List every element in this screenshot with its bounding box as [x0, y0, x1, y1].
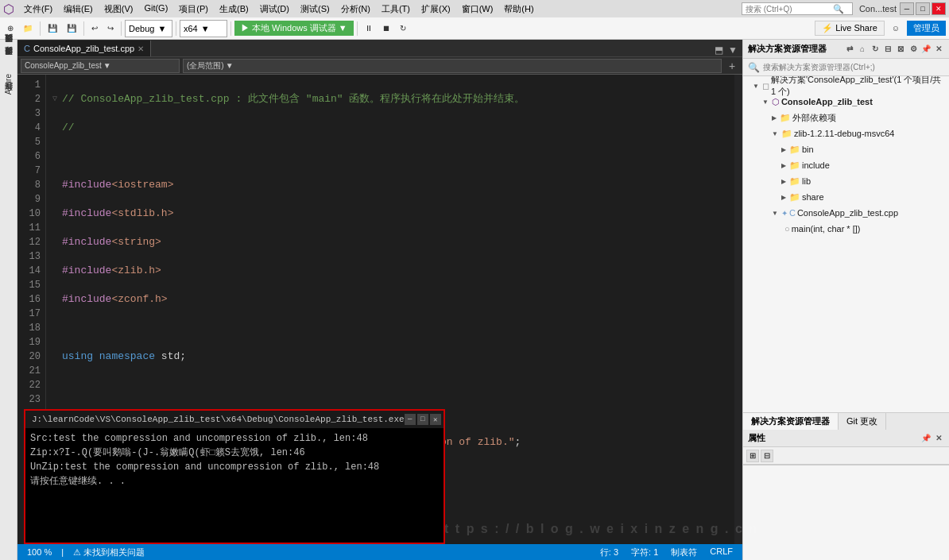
tree-share-folder[interactable]: ▶ 📁 share [743, 189, 949, 205]
tree-external-deps[interactable]: ▶ 📁 外部依赖项 [743, 110, 949, 126]
admin-button[interactable]: 管理员 [907, 21, 946, 36]
menu-help[interactable]: 帮助(H) [499, 2, 538, 17]
se-sync-button[interactable]: ⇄ [844, 44, 855, 55]
tree-bin-folder[interactable]: ▶ 📁 bin [743, 141, 949, 157]
se-close-button[interactable]: ✕ [933, 44, 944, 55]
cursor-col[interactable]: 字符: 1 [628, 546, 661, 558]
properties-header: 属性 📌 ✕ [743, 430, 949, 447]
props-close-button[interactable]: ✕ [933, 433, 944, 444]
save-all-button[interactable]: 💾 [63, 20, 80, 37]
status-bar: 100 % | ⚠ 未找到相关问题 行: 3 字符: 1 制表符 CRLF [17, 544, 742, 560]
save-button[interactable]: 💾 [44, 20, 61, 37]
toolbar-separator-3 [121, 21, 122, 36]
se-home-button[interactable]: ⌂ [857, 44, 868, 55]
editor-tab-bar: C ConsoleApp_zlib_test.cpp ✕ ⬒ ▼ [17, 40, 742, 57]
debug-config-dropdown[interactable]: Debug ▼ [125, 20, 172, 37]
editor-scrollbar[interactable] [734, 75, 742, 544]
error-status[interactable]: ⚠ 未找到相关问题 [70, 546, 148, 558]
menu-build[interactable]: 生成(B) [215, 2, 254, 17]
undo-button[interactable]: ↩ [87, 20, 102, 37]
tab-list-button[interactable]: ▼ [726, 44, 739, 56]
platform-dropdown[interactable]: x64 ▼ [180, 20, 227, 37]
split-editor-button[interactable]: ⬒ [712, 44, 725, 56]
toolbar-separator-1 [40, 21, 41, 36]
indent-type[interactable]: 制表符 [668, 546, 700, 558]
menu-edit[interactable]: 编辑(E) [59, 2, 98, 17]
console-line-4: 请按任意键继续. . . [30, 474, 439, 489]
props-categorize-button[interactable]: ⊟ [761, 450, 773, 462]
console-title-text: J:\learnCode\VS\ConsoleApp_zlib_test\x64… [32, 415, 405, 424]
menu-tools[interactable]: 工具(T) [377, 2, 415, 17]
se-pin-button[interactable]: 📌 [920, 44, 932, 55]
line-ending[interactable]: CRLF [707, 546, 736, 558]
search-icon: 🔍 [833, 4, 844, 14]
close-button[interactable]: ✕ [932, 2, 946, 15]
cursor-line[interactable]: 行: 3 [597, 546, 622, 558]
se-refresh-button[interactable]: ↻ [870, 44, 881, 55]
se-collapse-button[interactable]: ⊟ [882, 44, 893, 55]
left-tab-azure[interactable]: 连接到 Azure [1, 68, 17, 102]
solution-explorer-header: 解决方案资源管理器 ⇄ ⌂ ↻ ⊟ ⊠ ⚙ 📌 ✕ [743, 40, 949, 59]
new-button[interactable]: ⊕ [3, 20, 17, 37]
search-icon-se: 🔍 [748, 62, 760, 73]
maximize-button[interactable]: □ [916, 2, 930, 15]
menu-debug[interactable]: 调试(D) [255, 2, 294, 17]
menu-extensions[interactable]: 扩展(X) [416, 2, 455, 17]
tree-item-label-lib: lib [802, 176, 811, 186]
tree-item-label-share: share [802, 192, 824, 202]
start-debug-button[interactable]: ▶ 本地 Windows 调试器 ▼ [234, 21, 354, 36]
menu-test[interactable]: 测试(S) [296, 2, 335, 17]
tree-lib-folder[interactable]: ▶ 📁 lib [743, 173, 949, 189]
toolbar-extra-3[interactable]: ↻ [396, 20, 410, 37]
toolbar-extra-1[interactable]: ⏸ [361, 20, 377, 37]
editor-tab-main[interactable]: C ConsoleApp_zlib_test.cpp ✕ [17, 41, 151, 56]
expand-arrow: ▼ [753, 83, 759, 90]
tree-zlib-folder[interactable]: ▼ 📁 zlib-1.2.11-debug-msvc64 [743, 126, 949, 141]
menu-window[interactable]: 窗口(W) [457, 2, 498, 17]
tree-main-func[interactable]: ○ main(int, char * []) [743, 221, 949, 237]
toolbar-extra-2[interactable]: ⏹ [378, 20, 394, 37]
method-dropdown[interactable]: (全局范围) ▼ [183, 59, 722, 73]
left-tab-team-explorer[interactable]: 团队资源管理器 [1, 43, 17, 54]
menu-project[interactable]: 项目(P) [174, 2, 213, 17]
menu-analyze[interactable]: 分析(N) [336, 2, 375, 17]
console-window-controls: ─ □ ✕ [405, 414, 441, 425]
title-search-input[interactable] [746, 5, 833, 14]
ext-expand-arrow: ▶ [772, 114, 777, 122]
lib-expand-arrow: ▶ [781, 178, 786, 185]
tab-bar-actions: ⬒ ▼ [712, 44, 742, 56]
open-button[interactable]: 📁 [19, 20, 37, 37]
menu-file[interactable]: 文件(F) [19, 2, 57, 17]
tree-include-folder[interactable]: ▶ 📁 include [743, 157, 949, 173]
console-minimize-button[interactable]: ─ [405, 414, 416, 425]
tab-solution-explorer[interactable]: 解决方案资源管理器 [743, 413, 839, 430]
console-maximize-button[interactable]: □ [417, 414, 428, 425]
se-settings-button[interactable]: ⚙ [908, 44, 919, 55]
menu-git[interactable]: Git(G) [139, 2, 172, 17]
feedback-button[interactable]: ☺ [888, 20, 904, 37]
se-filter-button[interactable]: ⊠ [895, 44, 906, 55]
redo-button[interactable]: ↪ [103, 20, 118, 37]
zoom-level[interactable]: 100 % [24, 547, 55, 557]
tree-cpp-file[interactable]: ▼ ✦ C ConsoleApp_zlib_test.cpp [743, 205, 949, 221]
solution-root[interactable]: ▼ ◻ 解决方案'ConsoleApp_zlib_test'(1 个项目/共 1… [743, 78, 949, 94]
left-panel: 团队资源管理器 服务器资源管理器 连接到 Azure [0, 40, 17, 560]
chevron-down-icon-2: ▼ [201, 24, 210, 33]
tab-git-changes[interactable]: Git 更改 [839, 413, 886, 430]
debug-config-label: Debug [129, 24, 154, 33]
solution-tree: ▼ ◻ 解决方案'ConsoleApp_zlib_test'(1 个项目/共 1… [743, 76, 949, 412]
menu-view[interactable]: 视图(V) [99, 2, 138, 17]
props-sort-button[interactable]: ⊞ [746, 450, 759, 462]
props-pin-button[interactable]: 📌 [920, 433, 932, 444]
live-share-button[interactable]: ⚡ Live Share [815, 21, 885, 36]
properties-title: 属性 [748, 432, 765, 444]
left-tab-server-explorer[interactable]: 服务器资源管理器 [1, 56, 17, 67]
right-panel-bottom-tabs: 解决方案资源管理器 Git 更改 [743, 412, 949, 430]
tab-close-button[interactable]: ✕ [138, 44, 144, 53]
console-close-button[interactable]: ✕ [430, 414, 441, 425]
title-search-box[interactable]: 🔍 [742, 2, 853, 15]
minimize-button[interactable]: ─ [900, 2, 914, 15]
nav-forward-button[interactable]: + [725, 59, 739, 73]
class-dropdown[interactable]: ConsoleApp_zlib_test ▼ [21, 59, 180, 73]
solution-search-input[interactable] [763, 63, 944, 71]
